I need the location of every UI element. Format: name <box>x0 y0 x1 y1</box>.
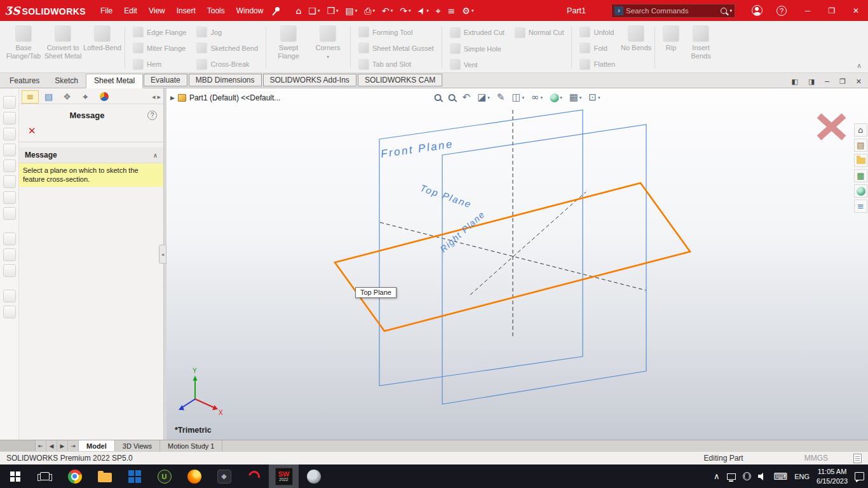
menu-edit[interactable]: Edit <box>118 0 143 21</box>
redo-button[interactable]: ↷▾ <box>397 5 413 17</box>
left-toolbar-icon-7[interactable] <box>3 191 16 204</box>
miter-flange-button[interactable]: Miter Flange <box>128 40 191 56</box>
cancel-button[interactable]: ✕ <box>28 125 36 137</box>
user-account-icon[interactable] <box>752 5 763 16</box>
flyout-part-label[interactable]: Part1 (Default) <<Default... <box>189 93 280 102</box>
rip-button[interactable]: Rip <box>658 23 684 72</box>
flatten-button[interactable]: Flatten <box>574 57 620 72</box>
left-toolbar-icon-8[interactable] <box>3 207 16 220</box>
search-caret-icon[interactable]: ▾ <box>729 8 732 13</box>
jog-button[interactable]: Jog <box>191 24 263 40</box>
normal-cut-button[interactable]: Normal Cut <box>510 24 569 41</box>
zoom-to-fit-button[interactable] <box>435 94 442 101</box>
model-canvas[interactable]: Front Plane Top Plane Right Plane Y X <box>166 88 868 440</box>
menu-window[interactable]: Window <box>231 0 269 21</box>
close-button[interactable]: ✕ <box>844 0 868 21</box>
open-button[interactable]: ❒▾ <box>324 5 341 17</box>
left-toolbar-icon-6[interactable] <box>3 175 16 188</box>
tab-bar-splitter[interactable] <box>0 440 36 451</box>
misc-app-button[interactable] <box>299 464 329 488</box>
left-toolbar-icon-13[interactable] <box>3 306 16 318</box>
menu-file[interactable]: File <box>95 0 118 21</box>
message-group-header[interactable]: Message ∧ <box>19 147 163 163</box>
doc-restore-icon[interactable]: ❐ <box>839 78 846 86</box>
undo-button[interactable]: ↶▾ <box>379 5 395 17</box>
solidworks-2022-button[interactable]: SW 2022 <box>269 464 299 488</box>
fold-button[interactable]: Fold <box>574 40 620 56</box>
wifi-icon[interactable] <box>743 472 751 480</box>
search-commands-box[interactable]: › ▾ <box>611 4 735 18</box>
configuration-manager-tab[interactable]: ❖ <box>58 90 76 104</box>
confirmation-corner-cancel-icon[interactable] <box>819 116 844 138</box>
simple-hole-button[interactable]: Simple Hole <box>445 41 569 57</box>
tab-evaluate[interactable]: Evaluate <box>144 74 187 86</box>
left-toolbar-icon-10[interactable] <box>3 248 16 261</box>
property-manager-tab[interactable]: ▤ <box>40 90 57 104</box>
tab-3d-views[interactable]: 3D Views <box>115 440 160 451</box>
minimize-button[interactable]: ─ <box>796 0 820 21</box>
tab-features[interactable]: Features <box>2 74 47 88</box>
edit-appearance-button[interactable]: ▾ <box>550 93 562 102</box>
reference-button[interactable]: ≡ <box>445 5 458 17</box>
maximize-button[interactable]: ❐ <box>820 0 844 21</box>
cross-break-button[interactable]: Cross-Break <box>191 57 263 72</box>
left-toolbar-icon-1[interactable] <box>3 96 16 109</box>
left-toolbar-icon-9[interactable] <box>3 233 16 245</box>
home-button[interactable]: ⌂ <box>293 5 304 17</box>
extruded-cut-button[interactable]: Extruded Cut <box>445 24 510 41</box>
left-toolbar-icon-3[interactable] <box>3 128 16 140</box>
flyout-expander-icon[interactable]: ▶ <box>170 95 175 101</box>
section-view-button[interactable]: ◪▾ <box>477 93 490 102</box>
tab-sheet-metal[interactable]: Sheet Metal <box>86 74 143 88</box>
hem-button[interactable]: Hem <box>128 57 191 72</box>
task-view-button[interactable] <box>30 464 60 488</box>
view-palette-icon[interactable]: ▦ <box>854 169 867 182</box>
manager-tabs-prev-icon[interactable]: ◂ <box>152 93 156 101</box>
hidden-icons-chevron[interactable]: ∧ <box>714 471 720 481</box>
view-settings-button[interactable]: ⊡▾ <box>588 93 600 102</box>
tab-solidworks-add-ins[interactable]: SOLIDWORKS Add-Ins <box>263 74 356 86</box>
print-button[interactable]: ⎙▾ <box>362 5 377 17</box>
no-bends-button[interactable]: No Bends <box>620 23 652 72</box>
apply-scene-button[interactable]: ▦▾ <box>569 93 582 102</box>
mouse-gestures-button[interactable]: ⌖ <box>433 5 444 17</box>
pin-menu-icon[interactable] <box>271 6 280 15</box>
menu-tools[interactable]: Tools <box>201 0 231 21</box>
search-icon[interactable] <box>721 8 727 14</box>
options-button[interactable]: ⚙▾ <box>459 5 476 17</box>
collapse-chevron-icon[interactable]: ∧ <box>153 152 158 159</box>
file-explorer-taskbar-button[interactable] <box>90 464 119 488</box>
last-tab-button[interactable]: ⇥ <box>68 440 79 451</box>
previous-tab-button[interactable]: ◀ <box>46 440 57 451</box>
custom-properties-icon[interactable]: ≡ <box>854 200 867 213</box>
tab-and-slot-button[interactable]: Tab and Slot <box>353 57 439 72</box>
sheet-metal-gusset-button[interactable]: Sheet Metal Gusset <box>353 40 439 56</box>
sketched-bend-button[interactable]: Sketched Bend <box>191 40 263 56</box>
tab-solidworks-cam[interactable]: SOLIDWORKS CAM <box>358 74 442 86</box>
new-document-button[interactable]: ❏▾ <box>306 5 322 17</box>
select-button[interactable]: ➤▾ <box>415 5 431 17</box>
panel-collapse-handle[interactable]: ◂ <box>159 245 166 264</box>
tags-icon[interactable] <box>853 454 862 463</box>
convert-to-sheet-metal-button[interactable]: Convert to Sheet Metal <box>43 23 83 72</box>
file-explorer-icon[interactable] <box>854 154 867 167</box>
left-toolbar-icon-5[interactable] <box>3 159 16 172</box>
touch-keyboard-icon[interactable]: ⌨ <box>774 471 788 482</box>
display-style-button[interactable]: ◫▾ <box>512 93 524 102</box>
taskbar-clock[interactable]: 11:05 AM 6/15/2023 <box>817 467 848 485</box>
search-scope-icon[interactable]: › <box>614 6 623 15</box>
vent-button[interactable]: Vent <box>445 57 569 72</box>
display-manager-tab[interactable] <box>95 90 112 104</box>
doc-minimize-icon[interactable]: ─ <box>825 78 829 86</box>
menu-view[interactable]: View <box>143 0 171 21</box>
tab-sketch[interactable]: Sketch <box>47 74 86 88</box>
previous-view-button[interactable]: ↶ <box>463 93 471 102</box>
lofted-bend-button[interactable]: Lofted-Bend <box>83 23 122 72</box>
forming-tool-button[interactable]: Forming Tool <box>353 24 439 40</box>
feature-manager-tree-tab[interactable]: ≡ <box>22 90 39 104</box>
edge-flange-button[interactable]: Edge Flange <box>128 24 191 40</box>
tab-mbd-dimensions[interactable]: MBD Dimensions <box>189 74 262 86</box>
left-toolbar-icon-11[interactable] <box>3 264 16 277</box>
tab-model[interactable]: Model <box>79 440 115 451</box>
left-toolbar-icon-12[interactable] <box>3 290 16 302</box>
